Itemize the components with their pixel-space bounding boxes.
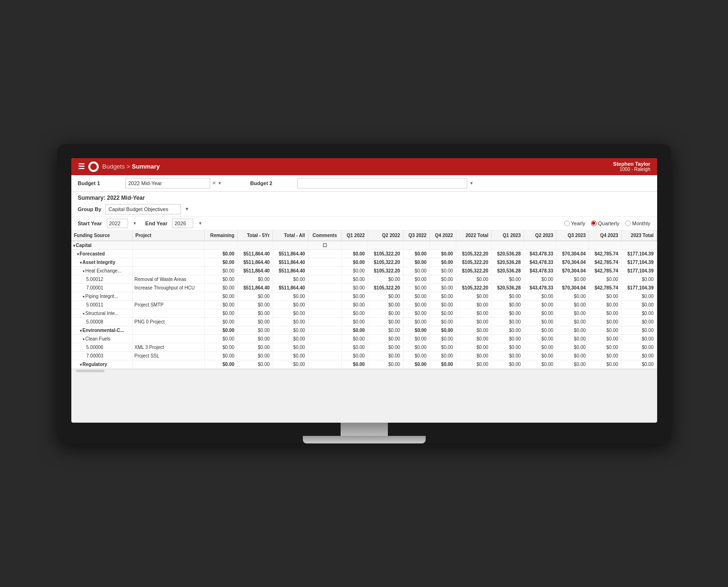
table-cell [308, 309, 342, 317]
table-cell: $0.00 [403, 266, 429, 275]
table-cell [308, 326, 342, 334]
table-cell: $0.00 [557, 351, 589, 360]
table-cell: $177,104.39 [621, 258, 657, 266]
table-cell: $0.00 [589, 292, 621, 300]
table-row[interactable]: ▾Environmental-C...$0.00$0.00$0.00$0.00$… [71, 326, 657, 334]
table-cell: $0.00 [403, 343, 429, 351]
radio-quarterly-label: Quarterly [598, 221, 619, 226]
table-row[interactable]: ▾Clean Fuels$0.00$0.00$0.00$0.00$0.00$0.… [71, 334, 657, 343]
table-cell [238, 241, 273, 250]
budget1-select[interactable]: 2022 Mid-Year [125, 178, 210, 188]
table-cell: $0.00 [589, 317, 621, 326]
table-cell: $0.00 [557, 300, 589, 309]
budget1-clear[interactable]: ✕ [212, 180, 216, 186]
table-cell: $0.00 [491, 317, 524, 326]
table-cell: $0.00 [456, 343, 491, 351]
end-year-select[interactable]: 2026 [172, 219, 193, 228]
table-cell [429, 241, 456, 250]
table-row[interactable]: ▾Capital☐ [71, 241, 657, 250]
radio-yearly[interactable]: Yearly [564, 221, 585, 226]
table-cell: $0.00 [368, 334, 403, 343]
table-cell: $43,478.33 [524, 258, 557, 266]
table-row[interactable]: 7.00003Project SSL$0.00$0.00$0.00$0.00$0… [71, 351, 657, 360]
app-logo [88, 162, 99, 172]
table-cell: $0.00 [368, 326, 403, 334]
horizontal-scrollbar[interactable] [71, 369, 657, 373]
table-cell: $0.00 [524, 334, 557, 343]
table-cell: $0.00 [524, 275, 557, 283]
table-cell: $0.00 [456, 309, 491, 317]
table-cell: $0.00 [342, 326, 368, 334]
hamburger-icon[interactable]: ☰ [78, 162, 85, 171]
table-cell: $0.00 [368, 317, 403, 326]
budget1-arrow[interactable]: ▼ [218, 181, 222, 186]
table-cell: $0.00 [621, 326, 657, 334]
table-cell: $0.00 [524, 317, 557, 326]
table-row[interactable]: ▾Heat Exchange...$0.00$511,864.40$511,86… [71, 266, 657, 275]
table-cell [132, 241, 205, 250]
table-cell: $42,785.74 [589, 266, 621, 275]
table-cell: $0.00 [621, 334, 657, 343]
table-cell: $177,104.39 [621, 249, 657, 258]
table-cell [132, 258, 205, 266]
table-cell: ▾Heat Exchange... [71, 266, 133, 275]
table-cell: $0.00 [205, 266, 238, 275]
radio-monthly-circle [625, 221, 631, 226]
table-cell: ▾Structural Inte... [71, 309, 133, 317]
table-cell [308, 249, 342, 258]
table-cell: $0.00 [429, 334, 456, 343]
table-cell: $0.00 [238, 351, 273, 360]
radio-monthly[interactable]: Monthly [625, 221, 651, 226]
table-cell: $0.00 [491, 343, 524, 351]
table-cell: $0.00 [429, 309, 456, 317]
group-by-select[interactable]: Capital Budget Objectives [105, 204, 181, 214]
table-row[interactable]: ▾Piping Integrit...$0.00$0.00$0.00$0.00$… [71, 292, 657, 300]
table-cell: $0.00 [342, 292, 368, 300]
table-cell: $0.00 [238, 292, 273, 300]
table-cell: $105,322.20 [368, 283, 403, 292]
table-cell: $0.00 [342, 283, 368, 292]
table-cell: $0.00 [524, 309, 557, 317]
table-row[interactable]: 5.00012Removal of Waste Areas$0.00$0.00$… [71, 275, 657, 283]
table-cell: $0.00 [403, 360, 429, 368]
table-cell: $0.00 [238, 343, 273, 351]
table-row[interactable]: ▾Asset Integrity$0.00$511,864.40$511,864… [71, 258, 657, 266]
table-cell: ▾Piping Integrit... [71, 292, 133, 300]
budget2-select[interactable] [297, 178, 467, 188]
table-cell [308, 317, 342, 326]
table-cell: Project SSL [132, 351, 205, 360]
table-cell: $0.00 [273, 351, 308, 360]
table-cell [557, 241, 589, 250]
table-cell: $105,322.20 [368, 258, 403, 266]
user-info[interactable]: Stephen Taylor 1000 - Raleigh [613, 161, 651, 172]
top-bar: ☰ Budgets > Summary Stephen Taylor 1000 … [71, 158, 657, 175]
table-cell: $70,304.04 [557, 283, 589, 292]
table-row[interactable]: ▾Regulatory$0.00$0.00$0.00$0.00$0.00$0.0… [71, 360, 657, 368]
col-q1-2022: Q1 2022 [342, 230, 368, 241]
start-year-select[interactable]: 2022 [107, 219, 128, 228]
table-cell: $0.00 [403, 249, 429, 258]
table-cell: $511,864.40 [238, 249, 273, 258]
table-cell: $0.00 [368, 300, 403, 309]
table-cell: $0.00 [403, 292, 429, 300]
table-cell: $0.00 [557, 292, 589, 300]
table-row[interactable]: 5.00011Project SMTP$0.00$0.00$0.00$0.00$… [71, 300, 657, 309]
radio-yearly-circle [564, 221, 570, 226]
table-cell: $0.00 [589, 326, 621, 334]
table-row[interactable]: 7.00001Increase Throughput of HCU$0.00$5… [71, 283, 657, 292]
table-cell: $0.00 [491, 309, 524, 317]
table-cell: $0.00 [205, 275, 238, 283]
radio-quarterly[interactable]: Quarterly [591, 221, 619, 226]
table-cell [308, 258, 342, 266]
table-row[interactable]: ▾Forecasted$0.00$511,864.40$511,864.40$0… [71, 249, 657, 258]
table-cell: $0.00 [557, 317, 589, 326]
table-cell: $42,785.74 [589, 258, 621, 266]
budget2-arrow[interactable]: ▼ [469, 181, 473, 186]
table-cell [132, 292, 205, 300]
table-row[interactable]: 5.00006XML 3 Project$0.00$0.00$0.00$0.00… [71, 343, 657, 351]
table-cell: $0.00 [621, 343, 657, 351]
table-cell: $0.00 [205, 343, 238, 351]
table-row[interactable]: ▾Structural Inte...$0.00$0.00$0.00$0.00$… [71, 309, 657, 317]
table-cell: $105,322.20 [456, 283, 491, 292]
table-row[interactable]: 5.00008PNG 0 Project$0.00$0.00$0.00$0.00… [71, 317, 657, 326]
